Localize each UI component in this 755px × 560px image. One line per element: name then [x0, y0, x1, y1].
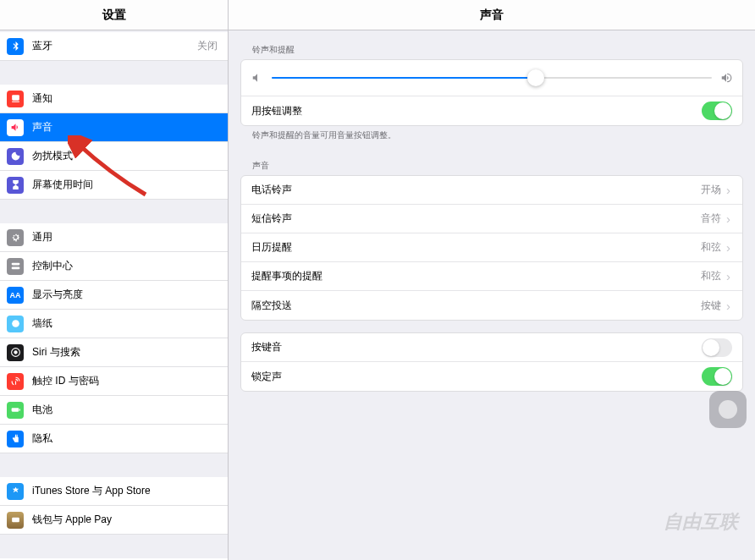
sidebar-item-bluetooth[interactable]: 蓝牙关闭: [0, 32, 228, 61]
sidebar-title: 设置: [102, 8, 126, 23]
sidebar-item-hourglass[interactable]: 屏幕使用时间: [0, 171, 228, 200]
sidebar-item-appstore[interactable]: iTunes Store 与 App Store: [0, 477, 228, 506]
sidebar-item-label: 显示与亮度: [32, 288, 218, 302]
chevron-right-icon: [726, 214, 732, 223]
setting-value: 音符: [701, 211, 721, 226]
sidebar-item-wallet[interactable]: 钱包与 Apple Pay: [0, 506, 228, 535]
wallet-icon: [7, 512, 24, 529]
chevron-right-icon: [726, 272, 732, 281]
sidebar-item-gear[interactable]: 通用: [0, 223, 228, 252]
svg-point-7: [14, 350, 17, 354]
siri-icon: [7, 344, 24, 361]
setting-label: 日历提醒: [251, 240, 701, 255]
toggle-switch[interactable]: [702, 102, 732, 120]
sidebar-item-sound[interactable]: 声音: [0, 113, 228, 142]
sidebar-item-label: 电池: [32, 403, 218, 417]
notifications-icon: [7, 91, 24, 107]
setting-row[interactable]: 隔空投送按键: [241, 291, 742, 320]
aa-icon: AA: [7, 287, 24, 304]
sound-icon: [7, 119, 24, 136]
sidebar-item-label: 触控 ID 与密码: [32, 374, 218, 388]
setting-label: 提醒事项的提醒: [251, 269, 701, 283]
sidebar-item-wallpaper[interactable]: 墙纸: [0, 310, 228, 338]
toggle-knob: [703, 339, 719, 356]
setting-label: 锁定声: [251, 370, 702, 384]
sidebar-item-hand[interactable]: 隐私: [0, 425, 228, 453]
sidebar-item-fingerprint[interactable]: 触控 ID 与密码: [0, 367, 228, 396]
fingerprint-icon: [7, 373, 24, 390]
svg-rect-3: [11, 267, 19, 270]
chevron-right-icon: [726, 185, 732, 195]
toggle-switch[interactable]: [702, 338, 732, 357]
wallpaper-icon: [7, 316, 24, 332]
svg-rect-2: [11, 263, 19, 266]
volume-slider[interactable]: [272, 77, 712, 79]
svg-rect-1: [12, 102, 19, 102]
sidebar-item-label: Siri 与搜索: [32, 345, 218, 360]
sidebar-item-label: 隐私: [32, 431, 218, 446]
gear-icon: [7, 229, 24, 246]
slider-thumb[interactable]: [527, 69, 544, 86]
setting-value: 开场: [701, 183, 721, 197]
sidebar-item-aa[interactable]: AA显示与亮度: [0, 281, 228, 310]
sidebar-item-label: 声音: [32, 120, 218, 135]
setting-row[interactable]: 提醒事项的提醒和弦: [241, 262, 742, 291]
setting-label: 电话铃声: [251, 183, 701, 197]
group-footer: 铃声和提醒的音量可用音量按钮调整。: [240, 126, 743, 143]
sidebar-item-label: iTunes Store 与 App Store: [32, 484, 218, 498]
setting-label: 短信铃声: [251, 211, 701, 226]
sidebar-item-label: 勿扰模式: [32, 149, 218, 163]
sidebar: 设置 蓝牙关闭通知声音勿扰模式屏幕使用时间通用控制中心AA显示与亮度墙纸Siri…: [0, 0, 229, 560]
sidebar-item-label: 蓝牙: [32, 39, 197, 53]
setting-row[interactable]: 电话铃声开场: [241, 176, 742, 205]
sidebar-item-label: 通知: [32, 91, 218, 106]
svg-rect-0: [12, 95, 19, 101]
sidebar-item-notifications[interactable]: 通知: [0, 85, 228, 113]
setting-row[interactable]: 短信铃声音符: [241, 205, 742, 233]
content-title: 声音: [480, 8, 504, 23]
group-header: 铃声和提醒: [240, 39, 743, 59]
sidebar-item-siri[interactable]: Siri 与搜索: [0, 338, 228, 367]
setting-label: 按键音: [251, 340, 702, 354]
group-header: 声音: [240, 155, 743, 175]
setting-label: 隔空投送: [251, 299, 701, 313]
toggle-knob: [714, 368, 731, 385]
volume-slider-row: [241, 60, 742, 96]
volume-high-icon: [720, 72, 732, 84]
setting-row[interactable]: 日历提醒和弦: [241, 233, 742, 262]
setting-row[interactable]: 用按钮调整: [241, 96, 742, 125]
sidebar-item-switches[interactable]: 控制中心: [0, 252, 228, 281]
settings-panel: 用按钮调整: [240, 59, 743, 126]
hand-icon: [7, 431, 24, 447]
svg-rect-8: [11, 408, 19, 411]
appstore-icon: [7, 483, 24, 500]
switches-icon: [7, 258, 24, 275]
settings-panel: 按键音锁定声: [240, 332, 743, 392]
sidebar-item-label: 墙纸: [32, 316, 218, 331]
toggle-switch[interactable]: [702, 367, 732, 386]
svg-point-5: [14, 322, 16, 325]
volume-low-icon: [251, 72, 263, 84]
setting-row[interactable]: 按键音: [241, 333, 742, 362]
chevron-right-icon: [726, 301, 732, 310]
hourglass-icon: [7, 177, 24, 194]
battery-icon: [7, 402, 24, 419]
assistive-touch-icon: [719, 400, 737, 419]
setting-value: 和弦: [701, 269, 721, 283]
assistive-touch-button[interactable]: [709, 391, 747, 428]
svg-rect-10: [12, 518, 19, 522]
moon-icon: [7, 148, 24, 165]
chevron-right-icon: [726, 243, 732, 252]
setting-value: 按键: [701, 299, 721, 313]
settings-panel: 电话铃声开场短信铃声音符日历提醒和弦提醒事项的提醒和弦隔空投送按键: [240, 175, 743, 321]
sidebar-header: 设置: [0, 0, 228, 30]
sidebar-item-battery[interactable]: 电池: [0, 396, 228, 425]
sidebar-item-moon[interactable]: 勿扰模式: [0, 142, 228, 171]
content-pane: 声音 铃声和提醒 用按钮调整铃声和提醒的音量可用音量按钮调整。声音电话铃声开场短…: [229, 0, 755, 560]
svg-rect-9: [19, 409, 19, 410]
setting-value: 和弦: [701, 240, 721, 255]
setting-label: 用按钮调整: [251, 104, 702, 118]
setting-row[interactable]: 锁定声: [241, 362, 742, 391]
sidebar-item-label: 控制中心: [32, 259, 218, 273]
bluetooth-icon: [7, 38, 24, 55]
